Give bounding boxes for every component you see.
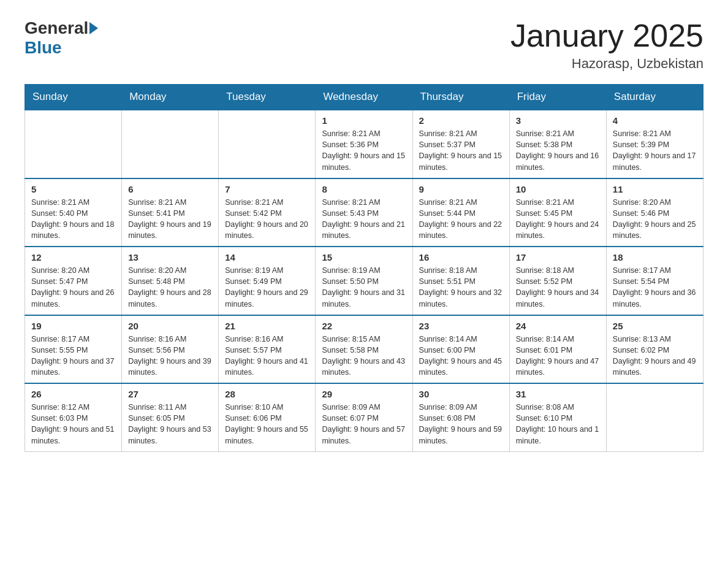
location-subtitle: Hazorasp, Uzbekistan	[510, 56, 703, 72]
day-number: 7	[225, 184, 309, 194]
day-number: 8	[322, 184, 406, 194]
day-number: 18	[613, 252, 697, 262]
day-number: 10	[516, 184, 600, 194]
calendar-week-3: 12Sunrise: 8:20 AMSunset: 5:47 PMDayligh…	[25, 247, 703, 315]
calendar-cell	[25, 110, 122, 178]
day-info: Sunrise: 8:21 AMSunset: 5:41 PMDaylight:…	[128, 197, 212, 242]
calendar-cell: 19Sunrise: 8:17 AMSunset: 5:55 PMDayligh…	[25, 315, 122, 384]
day-info: Sunrise: 8:14 AMSunset: 6:00 PMDaylight:…	[419, 334, 503, 378]
day-info: Sunrise: 8:14 AMSunset: 6:01 PMDaylight:…	[516, 334, 600, 378]
day-info: Sunrise: 8:21 AMSunset: 5:39 PMDaylight:…	[613, 128, 697, 173]
day-info: Sunrise: 8:17 AMSunset: 5:55 PMDaylight:…	[31, 334, 115, 378]
calendar-cell	[219, 110, 316, 178]
calendar-cell: 17Sunrise: 8:18 AMSunset: 5:52 PMDayligh…	[509, 247, 606, 315]
day-number: 12	[31, 252, 115, 262]
day-number: 20	[128, 321, 212, 331]
calendar-cell: 3Sunrise: 8:21 AMSunset: 5:38 PMDaylight…	[509, 110, 606, 178]
day-info: Sunrise: 8:16 AMSunset: 5:57 PMDaylight:…	[225, 334, 309, 378]
day-info: Sunrise: 8:17 AMSunset: 5:54 PMDaylight:…	[613, 265, 697, 310]
calendar-cell: 13Sunrise: 8:20 AMSunset: 5:48 PMDayligh…	[122, 247, 219, 315]
day-number: 5	[31, 184, 115, 194]
day-info: Sunrise: 8:11 AMSunset: 6:05 PMDaylight:…	[128, 402, 212, 446]
day-info: Sunrise: 8:20 AMSunset: 5:47 PMDaylight:…	[31, 265, 115, 310]
calendar-cell: 11Sunrise: 8:20 AMSunset: 5:46 PMDayligh…	[606, 178, 703, 247]
calendar-cell: 5Sunrise: 8:21 AMSunset: 5:40 PMDaylight…	[25, 178, 122, 247]
day-number: 6	[128, 184, 212, 194]
day-number: 27	[128, 389, 212, 399]
day-info: Sunrise: 8:16 AMSunset: 5:56 PMDaylight:…	[128, 334, 212, 378]
day-info: Sunrise: 8:09 AMSunset: 6:08 PMDaylight:…	[419, 402, 503, 446]
day-number: 17	[516, 252, 600, 262]
day-info: Sunrise: 8:20 AMSunset: 5:46 PMDaylight:…	[613, 197, 697, 242]
calendar-cell: 27Sunrise: 8:11 AMSunset: 6:05 PMDayligh…	[122, 383, 219, 451]
day-info: Sunrise: 8:19 AMSunset: 5:50 PMDaylight:…	[322, 265, 406, 310]
calendar-cell: 10Sunrise: 8:21 AMSunset: 5:45 PMDayligh…	[509, 178, 606, 247]
calendar-week-1: 1Sunrise: 8:21 AMSunset: 5:36 PMDaylight…	[25, 110, 703, 178]
calendar-cell: 8Sunrise: 8:21 AMSunset: 5:43 PMDaylight…	[316, 178, 412, 247]
day-number: 28	[225, 389, 309, 399]
calendar-week-2: 5Sunrise: 8:21 AMSunset: 5:40 PMDaylight…	[25, 178, 703, 247]
calendar-cell: 14Sunrise: 8:19 AMSunset: 5:49 PMDayligh…	[219, 247, 316, 315]
day-info: Sunrise: 8:10 AMSunset: 6:06 PMDaylight:…	[225, 402, 309, 446]
calendar-cell: 9Sunrise: 8:21 AMSunset: 5:44 PMDaylight…	[412, 178, 509, 247]
day-info: Sunrise: 8:21 AMSunset: 5:37 PMDaylight:…	[419, 128, 503, 173]
day-info: Sunrise: 8:21 AMSunset: 5:43 PMDaylight:…	[322, 197, 406, 242]
calendar-cell: 22Sunrise: 8:15 AMSunset: 5:58 PMDayligh…	[316, 315, 412, 384]
day-info: Sunrise: 8:21 AMSunset: 5:38 PMDaylight:…	[516, 128, 600, 173]
calendar-cell: 31Sunrise: 8:08 AMSunset: 6:10 PMDayligh…	[509, 383, 606, 451]
day-number: 3	[516, 115, 600, 126]
calendar-cell: 15Sunrise: 8:19 AMSunset: 5:50 PMDayligh…	[316, 247, 412, 315]
day-number: 15	[322, 252, 406, 262]
day-number: 16	[419, 252, 503, 262]
calendar-cell: 24Sunrise: 8:14 AMSunset: 6:01 PMDayligh…	[509, 315, 606, 384]
day-number: 30	[419, 389, 503, 399]
day-info: Sunrise: 8:20 AMSunset: 5:48 PMDaylight:…	[128, 265, 212, 310]
day-number: 14	[225, 252, 309, 262]
calendar-cell: 23Sunrise: 8:14 AMSunset: 6:00 PMDayligh…	[412, 315, 509, 384]
day-number: 22	[322, 321, 406, 331]
calendar-table: SundayMondayTuesdayWednesdayThursdayFrid…	[25, 84, 703, 452]
day-number: 11	[613, 184, 697, 194]
calendar-cell: 1Sunrise: 8:21 AMSunset: 5:36 PMDaylight…	[316, 110, 412, 178]
column-header-sunday: Sunday	[25, 85, 122, 110]
logo-general-text: General	[25, 18, 88, 38]
logo-arrow-icon	[89, 22, 98, 34]
column-header-saturday: Saturday	[606, 85, 703, 110]
day-number: 4	[613, 115, 697, 126]
calendar-cell: 20Sunrise: 8:16 AMSunset: 5:56 PMDayligh…	[122, 315, 219, 384]
column-header-friday: Friday	[509, 85, 606, 110]
day-info: Sunrise: 8:09 AMSunset: 6:07 PMDaylight:…	[322, 402, 406, 446]
day-info: Sunrise: 8:15 AMSunset: 5:58 PMDaylight:…	[322, 334, 406, 378]
day-number: 25	[613, 321, 697, 331]
calendar-cell: 18Sunrise: 8:17 AMSunset: 5:54 PMDayligh…	[606, 247, 703, 315]
calendar-cell: 12Sunrise: 8:20 AMSunset: 5:47 PMDayligh…	[25, 247, 122, 315]
day-info: Sunrise: 8:21 AMSunset: 5:45 PMDaylight:…	[516, 197, 600, 242]
calendar-cell: 30Sunrise: 8:09 AMSunset: 6:08 PMDayligh…	[412, 383, 509, 451]
day-number: 29	[322, 389, 406, 399]
calendar-cell: 4Sunrise: 8:21 AMSunset: 5:39 PMDaylight…	[606, 110, 703, 178]
calendar-week-4: 19Sunrise: 8:17 AMSunset: 5:55 PMDayligh…	[25, 315, 703, 384]
calendar-cell: 7Sunrise: 8:21 AMSunset: 5:42 PMDaylight…	[219, 178, 316, 247]
calendar-cell: 28Sunrise: 8:10 AMSunset: 6:06 PMDayligh…	[219, 383, 316, 451]
day-number: 13	[128, 252, 212, 262]
calendar-header-row: SundayMondayTuesdayWednesdayThursdayFrid…	[25, 85, 703, 110]
calendar-cell: 21Sunrise: 8:16 AMSunset: 5:57 PMDayligh…	[219, 315, 316, 384]
day-number: 19	[31, 321, 115, 331]
day-number: 31	[516, 389, 600, 399]
column-header-thursday: Thursday	[412, 85, 509, 110]
day-info: Sunrise: 8:21 AMSunset: 5:44 PMDaylight:…	[419, 197, 503, 242]
day-info: Sunrise: 8:12 AMSunset: 6:03 PMDaylight:…	[31, 402, 115, 446]
logo: General Blue	[25, 18, 99, 58]
day-info: Sunrise: 8:13 AMSunset: 6:02 PMDaylight:…	[613, 334, 697, 378]
day-info: Sunrise: 8:18 AMSunset: 5:52 PMDaylight:…	[516, 265, 600, 310]
calendar-cell: 26Sunrise: 8:12 AMSunset: 6:03 PMDayligh…	[25, 383, 122, 451]
day-info: Sunrise: 8:21 AMSunset: 5:42 PMDaylight:…	[225, 197, 309, 242]
calendar-week-5: 26Sunrise: 8:12 AMSunset: 6:03 PMDayligh…	[25, 383, 703, 451]
day-number: 9	[419, 184, 503, 194]
calendar-cell: 6Sunrise: 8:21 AMSunset: 5:41 PMDaylight…	[122, 178, 219, 247]
calendar-cell: 2Sunrise: 8:21 AMSunset: 5:37 PMDaylight…	[412, 110, 509, 178]
calendar-cell	[606, 383, 703, 451]
day-number: 24	[516, 321, 600, 331]
day-info: Sunrise: 8:18 AMSunset: 5:51 PMDaylight:…	[419, 265, 503, 310]
month-title: January 2025	[510, 18, 703, 53]
